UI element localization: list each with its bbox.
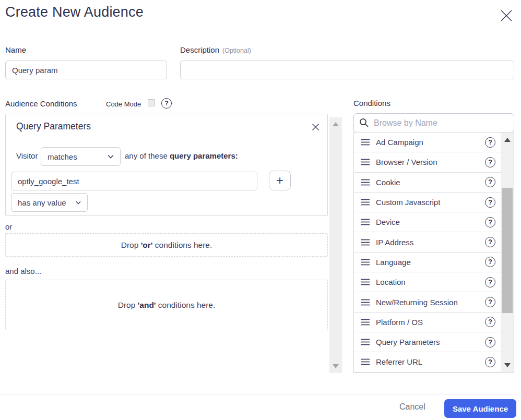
cancel-button[interactable]: Cancel [399, 402, 425, 412]
condition-item-custom-javascript[interactable]: Custom Javascript ? [354, 193, 501, 212]
visitor-label: Visitor [16, 151, 38, 160]
help-icon[interactable]: ? [485, 357, 495, 367]
scroll-up-icon[interactable] [504, 138, 511, 142]
help-icon[interactable]: ? [485, 197, 495, 208]
condition-item-ad-campaign[interactable]: Ad Campaign ? [354, 133, 501, 152]
conditions-panel-title: Conditions [353, 99, 390, 107]
scrollbar-thumb[interactable] [502, 188, 513, 313]
condition-item-new-returning-session[interactable]: New/Returning Session ? [354, 292, 501, 312]
and-also-label: and also... [5, 267, 41, 275]
code-mode-help-icon[interactable]: ? [161, 98, 172, 109]
help-icon[interactable]: ? [485, 237, 495, 247]
scroll-up-icon[interactable] [333, 122, 339, 126]
drag-handle-icon[interactable] [361, 239, 370, 246]
name-label: Name [5, 45, 26, 54]
drag-handle-icon[interactable] [361, 219, 370, 225]
help-icon[interactable]: ? [485, 257, 495, 267]
chevron-down-icon [76, 201, 81, 205]
audience-conditions-label: Audience Conditions [5, 99, 77, 108]
drag-handle-icon[interactable] [361, 299, 370, 306]
condition-item-browser-version[interactable]: Browser / Version ? [354, 152, 501, 172]
optional-hint: (Optional) [222, 47, 251, 54]
and-drop-zone[interactable]: Drop 'and' conditions here. [5, 280, 328, 330]
drag-handle-icon[interactable] [361, 159, 370, 165]
value-match-select[interactable]: has any value [11, 193, 88, 212]
conditions-search [353, 113, 514, 133]
description-input[interactable] [180, 61, 514, 79]
condition-item-ip-address[interactable]: IP Address ? [354, 232, 501, 252]
close-icon[interactable] [498, 7, 515, 24]
code-mode-label: Code Mode [106, 100, 141, 108]
drag-handle-icon[interactable] [361, 358, 370, 365]
chevron-down-icon [108, 154, 114, 159]
condition-item-platform-os[interactable]: Platform / OS ? [354, 313, 501, 332]
help-icon[interactable]: ? [485, 337, 495, 347]
drag-handle-icon[interactable] [361, 139, 370, 146]
condition-item-location[interactable]: Location ? [354, 272, 501, 292]
drag-handle-icon[interactable] [361, 279, 370, 285]
conditions-list: Ad Campaign ? Browser / Version ? Cookie… [353, 132, 514, 373]
help-icon[interactable]: ? [485, 177, 495, 187]
search-input[interactable] [353, 113, 514, 133]
match-type-select[interactable]: matches [41, 147, 121, 166]
help-icon[interactable]: ? [485, 317, 495, 327]
scroll-down-icon[interactable] [504, 363, 511, 367]
drag-handle-icon[interactable] [361, 259, 370, 266]
help-icon[interactable]: ? [485, 277, 495, 287]
drag-handle-icon[interactable] [361, 339, 370, 345]
match-sentence: any of these query parameters: [125, 151, 238, 160]
query-param-input[interactable] [11, 172, 257, 190]
drag-handle-icon[interactable] [361, 319, 370, 326]
builder-scrollbar[interactable] [329, 117, 342, 373]
footer-divider [0, 394, 521, 394]
drag-handle-icon[interactable] [361, 179, 370, 186]
or-drop-zone[interactable]: Drop 'or' conditions here. [5, 233, 328, 257]
query-parameters-card: Query Parameters Visitor matches any of … [5, 114, 328, 216]
remove-condition-icon[interactable] [311, 122, 320, 131]
condition-item-cookie[interactable]: Cookie ? [354, 173, 501, 193]
add-param-button[interactable]: + [269, 171, 291, 190]
card-title: Query Parameters [6, 114, 327, 139]
help-icon[interactable]: ? [485, 297, 495, 307]
description-label: Description(Optional) [180, 45, 251, 54]
condition-item-language[interactable]: Language ? [354, 253, 501, 272]
page-title: Create New Audience [5, 4, 144, 20]
search-icon [359, 118, 369, 130]
condition-item-query-parameters[interactable]: Query Parameters ? [354, 332, 501, 352]
or-label: or [5, 222, 12, 231]
help-icon[interactable]: ? [485, 217, 495, 227]
save-audience-button[interactable]: Save Audience [444, 399, 516, 418]
name-input[interactable] [5, 61, 167, 79]
drag-handle-icon[interactable] [361, 199, 370, 206]
create-audience-modal: { "modal": { "title": "Create New Audien… [0, 0, 521, 420]
help-icon[interactable]: ? [485, 137, 495, 148]
condition-item-referrer-url[interactable]: Referrer URL ? [354, 352, 501, 372]
condition-item-device[interactable]: Device ? [354, 212, 501, 232]
code-mode-checkbox[interactable] [148, 99, 155, 106]
help-icon[interactable]: ? [485, 157, 495, 167]
conditions-scrollbar[interactable] [501, 133, 514, 373]
scroll-down-icon[interactable] [333, 364, 339, 368]
